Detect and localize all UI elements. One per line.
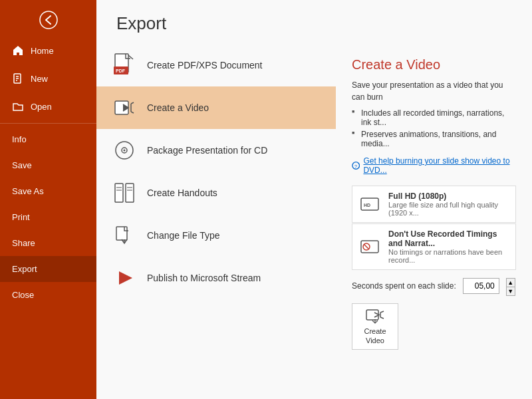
sidebar-label-info: Info — [12, 134, 27, 144]
back-button[interactable] — [35, 7, 62, 33]
sidebar-item-new[interactable]: New — [0, 65, 96, 92]
export-option-publish-stream[interactable]: Publish to Microsoft Stream — [96, 257, 336, 299]
seconds-input[interactable] — [463, 278, 499, 294]
sidebar-item-share[interactable]: Share — [0, 230, 96, 256]
full-hd-text: Full HD (1080p) Large file size and full… — [388, 192, 509, 217]
svg-line-32 — [380, 311, 384, 313]
right-panel-description: Save your presentation as a video that y… — [352, 79, 516, 103]
create-video-btn-icon — [366, 308, 384, 324]
sidebar-label-new: New — [31, 74, 48, 84]
sidebar-label-save: Save — [12, 160, 32, 170]
right-panel-title: Create a Video — [352, 57, 516, 72]
content-panel: PDF Create PDF/XPS Document — [96, 44, 532, 399]
svg-line-30 — [364, 244, 369, 249]
export-option-create-pdf[interactable]: PDF Create PDF/XPS Document — [96, 44, 336, 86]
create-video-btn-label: CreateVideo — [364, 327, 386, 346]
svg-rect-16 — [126, 184, 134, 202]
export-options-list: PDF Create PDF/XPS Document — [96, 44, 336, 399]
seconds-row: Seconds spent on each slide: ▲ ▼ — [352, 278, 516, 294]
quality-option-full-hd[interactable]: HD Full HD (1080p) Large file size and f… — [352, 186, 516, 223]
sidebar-item-info[interactable]: Info — [0, 126, 96, 152]
page-title: Export — [96, 0, 532, 44]
svg-line-33 — [380, 317, 384, 319]
sidebar-label-home: Home — [31, 46, 54, 56]
sidebar-item-print[interactable]: Print — [0, 204, 96, 230]
export-option-label-cd: Package Presentation for CD — [147, 145, 267, 156]
svg-line-9 — [131, 102, 134, 104]
help-circle-icon: ? — [352, 161, 360, 170]
sidebar-nav: Home New Open Info Save Save As Print — [0, 37, 96, 399]
home-icon — [12, 45, 24, 57]
sidebar-item-save[interactable]: Save — [0, 152, 96, 178]
stream-icon — [112, 266, 136, 290]
sidebar-item-home[interactable]: Home — [0, 37, 96, 65]
svg-rect-15 — [115, 184, 123, 202]
bullet-2: Preserves animations, transitions, and m… — [352, 128, 516, 150]
sidebar-item-open[interactable]: Open — [0, 92, 96, 120]
svg-point-14 — [124, 150, 126, 152]
cd-icon — [112, 138, 136, 162]
svg-text:PDF: PDF — [116, 68, 126, 73]
pdf-icon: PDF — [112, 53, 136, 77]
right-panel-bullets: Includes all recorded timings, narration… — [352, 107, 516, 150]
svg-text:?: ? — [354, 164, 357, 170]
no-timings-icon — [359, 236, 380, 257]
file-type-icon — [112, 223, 136, 247]
right-panel: Create a Video Save your presentation as… — [336, 44, 532, 399]
new-doc-icon — [12, 72, 24, 84]
export-option-label-file-type: Change File Type — [147, 230, 219, 241]
bullet-1: Includes all recorded timings, narration… — [352, 107, 516, 128]
folder-icon — [12, 100, 24, 112]
sidebar-label-close: Close — [12, 290, 34, 300]
sidebar-label-print: Print — [12, 212, 30, 222]
no-timings-title: Don't Use Recorded Timings and Narrat... — [388, 229, 509, 248]
sidebar-label-export: Export — [12, 264, 37, 274]
help-link[interactable]: ? Get help burning your slide show video… — [352, 156, 516, 175]
sidebar-label-save-as: Save As — [12, 186, 44, 196]
quality-option-no-timings[interactable]: Don't Use Recorded Timings and Narrat...… — [352, 223, 516, 270]
full-hd-title: Full HD (1080p) — [388, 192, 509, 201]
no-timings-text: Don't Use Recorded Timings and Narrat...… — [388, 229, 509, 264]
full-hd-icon: HD — [359, 194, 380, 215]
seconds-down-arrow[interactable]: ▼ — [506, 287, 515, 296]
seconds-up-arrow[interactable]: ▲ — [506, 278, 515, 287]
svg-line-10 — [131, 112, 134, 113]
sidebar: Home New Open Info Save Save As Print — [0, 0, 96, 399]
svg-rect-31 — [366, 310, 378, 320]
video-icon — [112, 96, 136, 120]
sidebar-item-close[interactable]: Close — [0, 282, 96, 308]
seconds-label: Seconds spent on each slide: — [352, 281, 456, 291]
export-option-label-video: Create a Video — [147, 102, 209, 113]
export-option-label-stream: Publish to Microsoft Stream — [147, 273, 261, 283]
full-hd-subtitle: Large file size and full high quality (1… — [388, 201, 509, 217]
export-option-change-file-type[interactable]: Change File Type — [96, 214, 336, 257]
create-video-button[interactable]: CreateVideo — [352, 303, 398, 350]
handouts-icon — [112, 181, 136, 205]
sidebar-label-share: Share — [12, 238, 35, 248]
seconds-spinner[interactable]: ▲ ▼ — [506, 278, 515, 294]
export-option-create-handouts[interactable]: Create Handouts — [96, 172, 336, 214]
sidebar-label-open: Open — [31, 102, 52, 112]
help-link-text: Get help burning your slide show video t… — [363, 156, 516, 175]
no-timings-subtitle: No timings or narrations have been recor… — [388, 248, 509, 264]
export-option-label-pdf: Create PDF/XPS Document — [147, 60, 263, 70]
svg-point-0 — [40, 11, 57, 29]
svg-rect-21 — [116, 227, 127, 240]
export-option-create-video[interactable]: Create a Video — [96, 86, 336, 129]
sidebar-divider — [0, 123, 96, 124]
sidebar-item-save-as[interactable]: Save As — [0, 178, 96, 204]
svg-marker-23 — [119, 271, 132, 285]
export-option-package-cd[interactable]: Package Presentation for CD — [96, 129, 336, 172]
export-option-label-handouts: Create Handouts — [147, 188, 217, 198]
svg-text:HD: HD — [364, 203, 370, 207]
main-area: Export PDF Create PDF/XPS Document — [96, 0, 532, 399]
sidebar-item-export[interactable]: Export — [0, 256, 96, 282]
